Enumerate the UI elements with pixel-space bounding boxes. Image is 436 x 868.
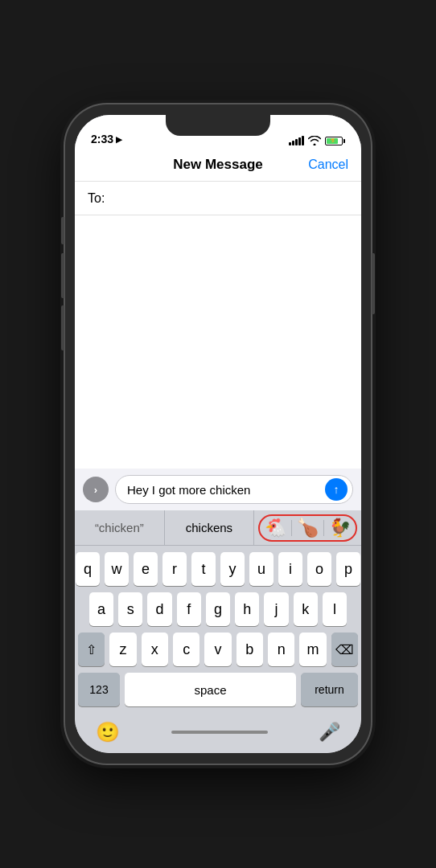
side-button-mute[interactable] <box>61 217 64 244</box>
emoji-divider-1 <box>291 520 292 536</box>
key-k[interactable]: k <box>294 592 318 626</box>
autocomplete-label-0: “chicken” <box>95 521 144 534</box>
key-l[interactable]: l <box>323 592 347 626</box>
key-z[interactable]: z <box>109 633 136 666</box>
cancel-button[interactable]: Cancel <box>308 158 348 172</box>
side-button-vol-up[interactable] <box>61 253 64 298</box>
key-b[interactable]: b <box>237 633 263 666</box>
delete-key[interactable]: ⌫ <box>331 633 358 666</box>
key-i[interactable]: i <box>278 552 302 586</box>
emoji-0[interactable]: 🐔 <box>265 518 286 538</box>
send-icon: ↑ <box>334 484 339 495</box>
key-e[interactable]: e <box>134 552 158 586</box>
autocomplete-bar: “chicken” chickens 🐔 🍗 🐓 <box>75 510 361 546</box>
svg-marker-0 <box>331 139 335 143</box>
message-area[interactable] <box>75 215 361 469</box>
message-text: Hey I got more chicken <box>127 483 250 497</box>
mic-icon[interactable]: 🎤 <box>319 722 340 743</box>
key-row-2: a s d f g h j k l <box>78 592 358 626</box>
key-c[interactable]: c <box>173 633 199 666</box>
key-n[interactable]: n <box>268 633 294 666</box>
key-a[interactable]: a <box>89 592 113 626</box>
key-v[interactable]: v <box>204 633 231 666</box>
status-icons <box>289 136 345 145</box>
to-label: To: <box>88 191 105 206</box>
nav-title: New Message <box>173 157 263 173</box>
phone-frame: 2:33 ▶ <box>65 104 371 764</box>
num-key[interactable]: 123 <box>78 673 120 706</box>
keyboard: q w e r t y u i o p a s d f g h j k <box>75 546 361 716</box>
key-p[interactable]: p <box>336 552 360 586</box>
autocomplete-emoji-group[interactable]: 🐔 🍗 🐓 <box>254 510 361 545</box>
home-indicator <box>171 731 268 734</box>
shift-key[interactable]: ⇧ <box>78 633 105 666</box>
message-input[interactable]: Hey I got more chicken ↑ <box>115 475 353 504</box>
key-m[interactable]: m <box>299 633 326 666</box>
key-u[interactable]: u <box>249 552 274 586</box>
key-r[interactable]: r <box>162 552 187 586</box>
key-y[interactable]: y <box>220 552 245 586</box>
side-button-vol-down[interactable] <box>61 305 64 350</box>
expand-icon: › <box>94 484 97 496</box>
key-row-1: q w e r t y u i o p <box>78 552 358 586</box>
key-d[interactable]: d <box>147 592 171 626</box>
emoji-divider-2 <box>323 520 324 536</box>
key-row-4: 123 space return <box>78 673 358 706</box>
key-row-3: ⇧ z x c v b n m ⌫ <box>78 633 358 666</box>
notch <box>166 115 270 136</box>
status-time: 2:33 ▶ <box>91 133 122 145</box>
input-row: › Hey I got more chicken ↑ <box>75 469 361 510</box>
bottom-bar: 🙂 🎤 <box>75 716 361 753</box>
key-x[interactable]: x <box>142 633 168 666</box>
autocomplete-label-1: chickens <box>186 521 232 534</box>
emoji-suggestions[interactable]: 🐔 🍗 🐓 <box>258 514 357 542</box>
battery-icon <box>325 137 345 145</box>
key-h[interactable]: h <box>235 592 259 626</box>
key-f[interactable]: f <box>177 592 201 626</box>
location-icon: ▶ <box>116 135 122 144</box>
key-s[interactable]: s <box>118 592 142 626</box>
emoji-1[interactable]: 🍗 <box>297 518 319 538</box>
phone-screen: 2:33 ▶ <box>75 115 361 753</box>
key-g[interactable]: g <box>206 592 230 626</box>
emoji-keyboard-icon[interactable]: 🙂 <box>96 721 120 743</box>
key-t[interactable]: t <box>191 552 216 586</box>
key-j[interactable]: j <box>264 592 288 626</box>
bottom-icons: 🙂 🎤 <box>91 721 345 745</box>
send-button[interactable]: ↑ <box>325 478 348 501</box>
wifi-icon <box>308 136 321 145</box>
emoji-2[interactable]: 🐓 <box>329 518 351 538</box>
time-display: 2:33 <box>91 133 113 145</box>
side-button-power[interactable] <box>372 253 375 314</box>
autocomplete-item-word[interactable]: chickens <box>165 510 255 545</box>
space-key[interactable]: space <box>125 673 296 706</box>
autocomplete-item-quoted[interactable]: “chicken” <box>75 510 165 545</box>
key-o[interactable]: o <box>307 552 331 586</box>
nav-bar: New Message Cancel <box>75 150 361 182</box>
key-q[interactable]: q <box>76 552 100 586</box>
signal-icon <box>289 136 304 145</box>
return-key[interactable]: return <box>301 673 358 706</box>
expand-button[interactable]: › <box>83 477 109 502</box>
to-field[interactable]: To: <box>75 182 361 215</box>
key-w[interactable]: w <box>105 552 129 586</box>
